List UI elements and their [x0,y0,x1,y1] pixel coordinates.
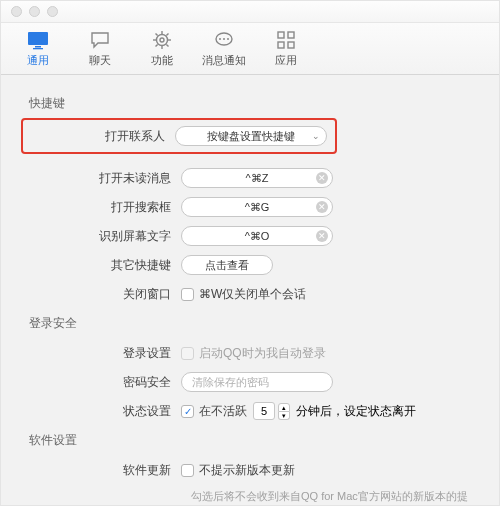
chevron-down-icon: ⌄ [312,127,320,145]
svg-rect-2 [33,48,43,49]
svg-rect-18 [288,32,294,38]
section-login: 登录安全 [29,315,471,332]
svg-rect-1 [35,46,41,48]
other-shortcut-button[interactable]: 点击查看 [181,255,273,275]
highlight-open-contacts: 打开联系人 按键盘设置快捷键 ⌄ [21,118,337,154]
update-label: 软件更新 [29,462,181,479]
open-search-input[interactable]: ^⌘G ✕ [181,197,333,217]
close-window-chk-label: ⌘W仅关闭单个会话 [199,286,306,303]
open-unread-label: 打开未读消息 [29,170,181,187]
stepper-up-icon[interactable]: ▴ [278,403,290,412]
svg-point-15 [223,38,225,40]
svg-point-14 [219,38,221,40]
tab-chat-label: 聊天 [69,53,131,68]
checkbox-icon [181,464,194,477]
monitor-icon [26,29,50,51]
tab-app-label: 应用 [255,53,317,68]
checkbox-icon: ✓ [181,405,194,418]
stepper-down-icon[interactable]: ▾ [278,412,290,420]
svg-rect-0 [28,32,48,45]
open-contacts-input[interactable]: 按键盘设置快捷键 ⌄ [175,126,327,146]
ocr-input[interactable]: ^⌘O ✕ [181,226,333,246]
grid-icon [274,29,298,51]
other-shortcut-label: 其它快捷键 [29,257,181,274]
tab-notify[interactable]: 消息通知 [193,27,255,74]
idle-minutes-value[interactable]: 5 [253,402,275,420]
pwd-label: 密码安全 [29,374,181,391]
update-chk-label: 不提示新版本更新 [199,462,295,479]
update-desc: 勾选后将不会收到来自QQ for Mac官方网站的新版本的提醒。 [191,488,471,506]
tab-general-label: 通用 [7,53,69,68]
status-post: 分钟后，设定状态离开 [296,403,416,420]
ocr-label: 识别屏幕文字 [29,228,181,245]
svg-rect-20 [288,42,294,48]
close-window-checkbox[interactable]: ⌘W仅关闭单个会话 [181,286,306,303]
clear-icon[interactable]: ✕ [316,172,328,184]
open-search-value: ^⌘G [245,198,270,216]
svg-line-10 [166,44,168,46]
svg-rect-17 [278,32,284,38]
close-window-label: 关闭窗口 [29,286,181,303]
auto-login-label: 启动QQ时为我自动登录 [199,345,326,362]
login-setting-label: 登录设置 [29,345,181,362]
svg-line-12 [156,44,158,46]
tab-general[interactable]: 通用 [7,27,69,74]
other-shortcut-value: 点击查看 [205,256,249,274]
clear-password-button[interactable]: 清除保存的密码 [181,372,333,392]
svg-point-3 [157,35,168,46]
section-shortcuts: 快捷键 [29,95,471,112]
auto-login-checkbox: 启动QQ时为我自动登录 [181,345,326,362]
svg-point-4 [160,38,164,42]
minimize-icon[interactable] [29,6,40,17]
clear-icon[interactable]: ✕ [316,201,328,213]
svg-line-11 [166,34,168,36]
idle-minutes-stepper[interactable]: 5 ▴ ▾ [253,402,290,420]
clear-icon[interactable]: ✕ [316,230,328,242]
open-unread-value: ^⌘Z [246,169,269,187]
tab-app[interactable]: 应用 [255,27,317,74]
tab-function[interactable]: 功能 [131,27,193,74]
tab-chat[interactable]: 聊天 [69,27,131,74]
tab-function-label: 功能 [131,53,193,68]
bell-icon [212,29,236,51]
gear-icon [150,29,174,51]
svg-rect-19 [278,42,284,48]
status-checkbox[interactable]: ✓ 在不活跃 [181,403,247,420]
chat-icon [88,29,112,51]
svg-point-16 [227,38,229,40]
checkbox-icon [181,288,194,301]
open-contacts-value: 按键盘设置快捷键 [207,127,295,145]
toolbar: 通用 聊天 功能 消息通知 应用 [1,23,499,75]
ocr-value: ^⌘O [245,227,270,245]
status-pre: 在不活跃 [199,403,247,420]
open-contacts-label: 打开联系人 [31,128,175,145]
titlebar [1,1,499,23]
tab-notify-label: 消息通知 [193,53,255,68]
section-software: 软件设置 [29,432,471,449]
open-search-label: 打开搜索框 [29,199,181,216]
close-icon[interactable] [11,6,22,17]
checkbox-icon [181,347,194,360]
open-unread-input[interactable]: ^⌘Z ✕ [181,168,333,188]
status-label: 状态设置 [29,403,181,420]
update-checkbox[interactable]: 不提示新版本更新 [181,462,295,479]
svg-line-9 [156,34,158,36]
zoom-icon[interactable] [47,6,58,17]
